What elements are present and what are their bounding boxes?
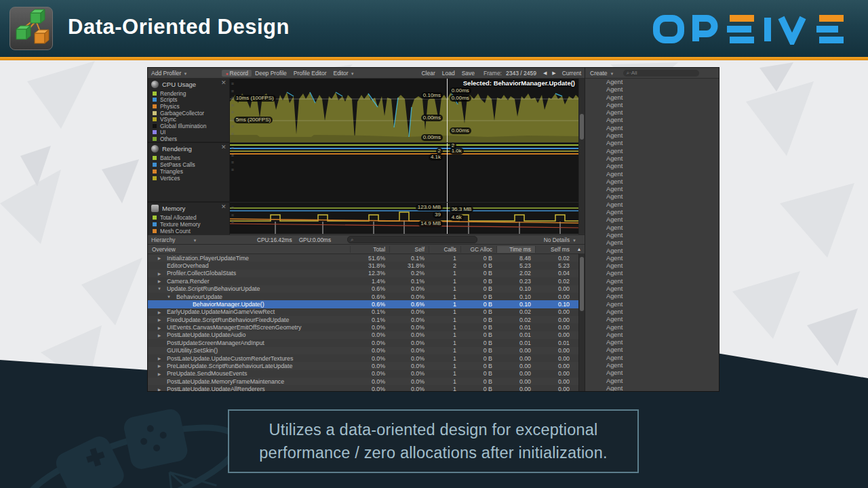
expand-arrow-icon[interactable]: ▶ [156, 317, 163, 322]
table-row[interactable]: ▶ FixedUpdate.ScriptRunBehaviourFixedUpd… [148, 316, 585, 323]
hierarchy-item-agent[interactable]: Agent [585, 308, 719, 316]
legend-item[interactable]: Vertices [148, 175, 229, 182]
rendering-chart[interactable]: ≡≡≡≡ 2 2 1.0k 4.1k [230, 143, 578, 203]
table-row[interactable]: ▶ PreUpdate.SendMouseEvents 0.0% 0.0% 1 … [148, 370, 585, 378]
table-scrollbar[interactable] [578, 253, 585, 391]
legend-item[interactable]: Scripts [148, 97, 229, 104]
hierarchy-item-agent[interactable]: Agent [585, 239, 719, 247]
table-row[interactable]: ▶ PostLateUpdate.UpdateAudio 0.0% 0.0% 1… [148, 331, 585, 339]
selected-frame-line[interactable] [447, 143, 448, 202]
legend-item[interactable]: Texture Memory [148, 221, 229, 228]
hierarchy-item-agent[interactable]: Agent [585, 132, 719, 140]
column-self-ms[interactable]: Self ms [535, 246, 574, 253]
hierarchy-search-input[interactable]: ⌕·All [623, 70, 699, 77]
hierarchy-item-agent[interactable]: Agent [585, 301, 719, 308]
legend-item[interactable]: Physics [148, 103, 229, 110]
close-icon[interactable]: ✕ [221, 144, 226, 150]
hierarchy-item-agent[interactable]: Agent [585, 354, 719, 362]
expand-arrow-icon[interactable]: ▶ [156, 387, 163, 391]
legend-item[interactable]: Triangles [148, 168, 229, 175]
cpu-usage-chart[interactable]: ≡≡≡≡≡≡≡≡ Selected: BehaviorManager.Updat… [230, 79, 578, 143]
hierarchy-item-agent[interactable]: Agent [585, 79, 719, 86]
next-frame-button[interactable]: ▶ [549, 70, 558, 76]
hierarchy-item-agent[interactable]: Agent [585, 117, 719, 124]
selected-frame-line[interactable] [447, 79, 448, 142]
prev-frame-button[interactable]: ◀ [540, 70, 549, 76]
column-calls[interactable]: Calls [429, 246, 460, 253]
hierarchy-item-agent[interactable]: Agent [585, 247, 719, 255]
table-row[interactable]: ▶ Profiler.CollectGlobalStats 12.3% 0.2%… [148, 270, 585, 277]
expand-arrow-icon[interactable]: ▶ [156, 363, 163, 368]
details-dropdown[interactable]: No Details▼ [544, 237, 576, 243]
record-button[interactable]: ●Record [222, 70, 252, 77]
legend-item[interactable]: GarbageCollector [148, 110, 229, 117]
view-mode-dropdown[interactable]: Hierarchy▼ [148, 237, 210, 243]
expand-arrow-icon[interactable]: ▶ [156, 256, 163, 260]
hierarchy-item-agent[interactable]: Agent [585, 232, 719, 239]
close-icon[interactable]: ✕ [221, 203, 226, 210]
current-frame-button[interactable]: Current [559, 70, 585, 77]
hierarchy-item-agent[interactable]: Agent [585, 316, 719, 323]
table-row[interactable]: ▶ Camera.Render 1.4% 0.1% 1 0 B 0.23 0.0… [148, 277, 585, 285]
column-overview[interactable]: Overview [148, 246, 350, 253]
table-row[interactable]: PostLateUpdate.MemoryFrameMaintenance 0.… [148, 378, 585, 385]
hierarchy-item-agent[interactable]: Agent [585, 209, 719, 216]
table-row[interactable]: ▼ BehaviourUpdate 0.6% 0.0% 1 0 B 0.10 0… [148, 293, 585, 300]
table-row[interactable]: ▼ Update.ScriptRunBehaviourUpdate 0.6% 0… [148, 285, 585, 293]
legend-item[interactable]: VSync [148, 116, 229, 123]
table-row[interactable]: ▶ EarlyUpdate.UpdateMainGameViewRect 0.1… [148, 308, 585, 316]
column-gc-alloc[interactable]: GC Alloc [460, 246, 496, 253]
hierarchy-item-agent[interactable]: Agent [585, 369, 719, 377]
hierarchy-item-agent[interactable]: Agent [585, 385, 719, 391]
legend-item[interactable]: Rendering [148, 90, 229, 97]
hierarchy-item-agent[interactable]: Agent [585, 378, 719, 385]
deep-profile-button[interactable]: Deep Profile [252, 70, 290, 77]
table-row[interactable]: BehaviorManager.Update() 0.6% 0.6% 1 0 B… [148, 300, 585, 308]
hierarchy-item-agent[interactable]: Agent [585, 155, 719, 163]
table-row[interactable]: ▶ Initialization.PlayerUpdateTime 51.6% … [148, 254, 585, 262]
expand-arrow-icon[interactable]: ▶ [156, 333, 163, 338]
hierarchy-item-agent[interactable]: Agent [585, 331, 719, 339]
hierarchy-item-agent[interactable]: Agent [585, 94, 719, 102]
hierarchy-item-agent[interactable]: Agent [585, 262, 719, 270]
hierarchy-item-agent[interactable]: Agent [585, 171, 719, 178]
expand-arrow-icon[interactable]: ▼ [165, 295, 172, 299]
hierarchy-item-agent[interactable]: Agent [585, 285, 719, 293]
hierarchy-item-agent[interactable]: Agent [585, 193, 719, 201]
sort-direction-icon[interactable]: ▲ [574, 247, 585, 251]
table-row[interactable]: GUIUtility.SetSkin() 0.0% 0.0% 1 0 B 0.0… [148, 347, 585, 354]
column-time-ms[interactable]: Time ms [496, 246, 535, 253]
hierarchy-item-agent[interactable]: Agent [585, 102, 719, 109]
table-row[interactable]: ▶ PostLateUpdate.UpdateAllRenderers 0.0%… [148, 385, 585, 391]
legend-item[interactable]: SetPass Calls [148, 161, 229, 168]
table-row[interactable]: EditorOverhead 31.8% 31.8% 2 0 B 5.23 5.… [148, 262, 585, 269]
hierarchy-item-agent[interactable]: Agent [585, 293, 719, 300]
column-self[interactable]: Self [389, 246, 429, 253]
hierarchy-item-agent[interactable]: Agent [585, 362, 719, 369]
legend-drag-handles[interactable]: ≡≡≡≡≡≡≡≡ [231, 81, 234, 138]
table-row[interactable]: ▶ PostLateUpdate.UpdateCustomRenderTextu… [148, 354, 585, 362]
hierarchy-item-agent[interactable]: Agent [585, 346, 719, 354]
legend-item[interactable]: Batches [148, 155, 229, 161]
hierarchy-item-agent[interactable]: Agent [585, 178, 719, 186]
legend-item[interactable]: UI [148, 129, 229, 136]
table-row[interactable]: PostUpdateScreenManagerAndInput 0.0% 0.0… [148, 339, 585, 346]
legend-item[interactable]: Total Allocated [148, 214, 229, 221]
hierarchy-item-agent[interactable]: Agent [585, 109, 719, 117]
hierarchy-item-agent[interactable]: Agent [585, 339, 719, 346]
add-profiler-dropdown[interactable]: Add Profiler▼ [148, 70, 191, 77]
hierarchy-item-agent[interactable]: Agent [585, 140, 719, 147]
column-total[interactable]: Total [350, 246, 389, 253]
expand-arrow-icon[interactable]: ▶ [156, 279, 163, 283]
editor-dropdown[interactable]: Editor▼ [330, 70, 357, 77]
close-icon[interactable]: ✕ [221, 79, 226, 86]
expand-arrow-icon[interactable]: ▶ [156, 325, 163, 330]
legend-drag-handles[interactable]: ≡≡≡ [231, 205, 234, 226]
clear-button[interactable]: Clear [418, 70, 438, 77]
hierarchy-item-agent[interactable]: Agent [585, 216, 719, 224]
table-search-input[interactable]: ⌕ [347, 236, 477, 243]
hierarchy-item-agent[interactable]: Agent [585, 201, 719, 209]
expand-arrow-icon[interactable]: ▼ [156, 287, 163, 291]
hierarchy-item-agent[interactable]: Agent [585, 270, 719, 277]
create-dropdown[interactable]: Create▼ [585, 70, 614, 77]
